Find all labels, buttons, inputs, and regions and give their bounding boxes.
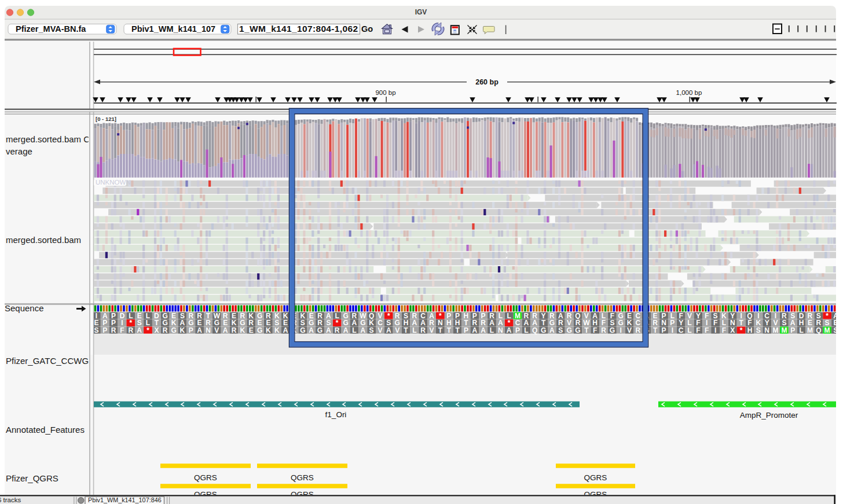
svg-text:A: A	[507, 326, 512, 334]
svg-text:V: V	[377, 326, 382, 334]
svg-text:merged.sorted.bam Co: merged.sorted.bam Co	[6, 134, 94, 144]
svg-text:A: A	[223, 326, 228, 334]
svg-text:N: N	[498, 326, 503, 334]
svg-text:A: A	[549, 326, 555, 334]
svg-text:R: R	[420, 326, 426, 334]
svg-text:1_WM_k141_107:804-1,062: 1_WM_k141_107:804-1,062	[239, 24, 358, 34]
svg-text:P: P	[661, 326, 666, 334]
svg-text:F: F	[722, 326, 726, 334]
svg-text:X: X	[730, 326, 735, 334]
svg-text:P: P	[102, 326, 107, 334]
svg-text:L: L	[490, 326, 494, 334]
svg-text:*: *	[146, 326, 149, 334]
svg-text:V: V	[214, 326, 219, 334]
svg-text:F: F	[696, 326, 700, 334]
svg-text:R: R	[232, 326, 237, 334]
svg-text:G: G	[610, 326, 615, 334]
svg-text:E: E	[249, 326, 254, 334]
svg-text:verage: verage	[6, 146, 32, 156]
svg-text:QGRS: QGRS	[584, 473, 607, 482]
svg-text:K: K	[266, 326, 271, 334]
svg-text:6 tracks: 6 tracks	[0, 496, 21, 503]
svg-text:260 bp: 260 bp	[475, 78, 499, 86]
svg-text:R: R	[128, 326, 133, 334]
svg-text:merged.sorted.bam: merged.sorted.bam	[6, 235, 81, 245]
svg-text:L: L	[799, 326, 803, 334]
svg-text:F: F	[120, 326, 124, 334]
svg-text:G: G	[541, 326, 546, 334]
svg-text:P: P	[464, 326, 468, 334]
svg-text:A: A	[137, 326, 142, 334]
svg-text:900 bp: 900 bp	[375, 89, 395, 96]
svg-text:UNKNOWN: UNKNOWN	[96, 179, 131, 186]
svg-text:A: A	[309, 326, 314, 334]
svg-text:N: N	[764, 326, 769, 334]
svg-text:S: S	[369, 326, 374, 334]
svg-text:S: S	[756, 326, 761, 334]
svg-text:Go: Go	[361, 24, 373, 34]
svg-text:V: V	[627, 326, 632, 334]
svg-text:Q: Q	[816, 326, 821, 334]
svg-text:R: R	[111, 326, 116, 334]
svg-text:Pfizer_QGRS: Pfizer_QGRS	[6, 473, 58, 483]
svg-text:T: T	[447, 326, 452, 334]
svg-text:A: A	[386, 326, 391, 334]
svg-text:V: V	[395, 326, 399, 334]
svg-text:T: T	[584, 326, 589, 334]
svg-text:1,000 bp: 1,000 bp	[676, 89, 702, 96]
svg-text:R: R	[601, 326, 606, 334]
svg-text:P: P	[790, 326, 795, 334]
svg-text:QGRS: QGRS	[291, 473, 314, 482]
svg-text:M: M	[781, 326, 787, 334]
svg-text:I: I	[714, 326, 716, 334]
svg-text:P: P	[189, 326, 193, 334]
svg-text:F: F	[593, 326, 597, 334]
svg-text:AmpR_Promoter: AmpR_Promoter	[740, 411, 798, 420]
svg-text:L: L	[352, 326, 356, 334]
svg-text:[0 - 121]: [0 - 121]	[96, 116, 116, 122]
svg-text:f1_Ori: f1_Ori	[325, 410, 347, 419]
svg-text:QGRS: QGRS	[194, 473, 217, 482]
svg-text:V: V	[430, 326, 434, 334]
svg-text:I: I	[620, 326, 622, 334]
svg-text:A: A	[481, 326, 486, 334]
svg-text:Q: Q	[532, 326, 537, 334]
svg-text:S: S	[94, 326, 98, 334]
svg-text:L: L	[687, 326, 691, 334]
svg-text:Annotated_Features: Annotated_Features	[6, 425, 85, 435]
svg-text:T: T	[404, 326, 408, 334]
svg-text:X: X	[154, 326, 159, 334]
svg-text:Pbiv1_WM_k141_107:846: Pbiv1_WM_k141_107:846	[88, 496, 162, 503]
svg-text:Pbiv1_WM_k141_107: Pbiv1_WM_k141_107	[131, 24, 215, 34]
svg-text:M: M	[824, 326, 830, 334]
svg-text:K: K	[240, 326, 245, 334]
svg-text:G: G	[300, 326, 305, 334]
svg-text:I: I	[672, 326, 673, 334]
svg-text:IGV: IGV	[415, 8, 427, 16]
svg-text:M: M	[807, 326, 813, 334]
svg-text:L: L	[524, 326, 528, 334]
svg-text:T: T	[438, 326, 443, 334]
svg-text:G: G	[171, 326, 176, 334]
svg-text:H: H	[747, 326, 753, 334]
svg-text:A: A	[343, 326, 349, 334]
svg-text:G: G	[257, 326, 262, 334]
svg-text:Sequence: Sequence	[5, 303, 44, 313]
svg-text:A: A	[197, 326, 202, 334]
svg-text:P: P	[515, 326, 520, 334]
svg-text:*: *	[740, 326, 743, 334]
svg-text:R: R	[636, 326, 641, 334]
svg-text:A: A	[360, 326, 365, 334]
svg-text:A: A	[472, 326, 477, 334]
svg-text:F: F	[705, 326, 709, 334]
svg-text:T: T	[455, 326, 460, 334]
svg-text:A: A	[326, 326, 331, 334]
svg-text:G: G	[575, 326, 580, 334]
svg-text:R: R	[335, 326, 340, 334]
svg-text:K: K	[274, 326, 280, 334]
svg-text:G: G	[566, 326, 571, 334]
svg-text:C: C	[679, 326, 684, 334]
svg-text:Pfizer_MVA-BN.fa: Pfizer_MVA-BN.fa	[16, 24, 86, 34]
svg-text:T: T	[653, 326, 658, 334]
svg-text:A: A	[283, 326, 288, 334]
